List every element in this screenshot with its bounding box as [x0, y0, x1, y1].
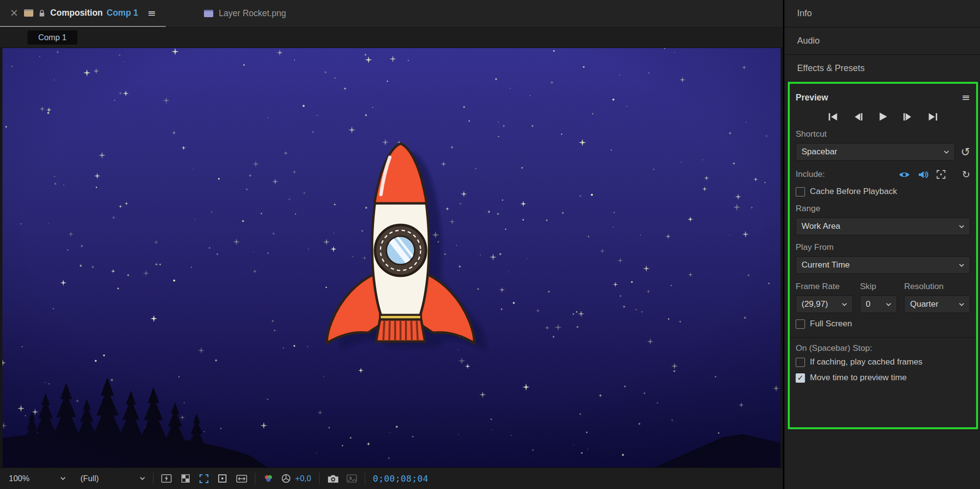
checkbox-label: If caching, play cached frames: [810, 357, 923, 367]
include-overlays-icon[interactable]: [936, 170, 946, 179]
region-of-interest-icon[interactable]: [200, 474, 208, 483]
tab-comp-name: Comp 1: [107, 8, 138, 18]
full-screen-checkbox[interactable]: Full Screen: [796, 319, 970, 329]
checkbox[interactable]: [796, 319, 805, 329]
toolbar-separator: [255, 473, 255, 485]
toolbar-separator: [319, 473, 320, 485]
show-snapshot-icon[interactable]: [347, 474, 357, 483]
play-from-value: Current Time: [802, 260, 850, 270]
checkbox-label: Move time to preview time: [810, 373, 906, 383]
if-caching-checkbox[interactable]: If caching, play cached frames: [796, 357, 970, 367]
play-from-label: Play From: [796, 243, 970, 252]
checkbox-label: Full Screen: [810, 319, 852, 329]
comp-navigator-button[interactable]: Comp 1: [27, 30, 77, 45]
play-button[interactable]: [877, 111, 889, 122]
checkbox[interactable]: [796, 187, 805, 196]
layer-panel-icon: [204, 10, 213, 17]
composition-canvas[interactable]: [2, 48, 780, 467]
play-from-select[interactable]: Current Time: [796, 256, 970, 274]
frame-rate-label: Frame Rate: [796, 282, 853, 292]
panel-header-effects-presets[interactable]: Effects & Presets: [784, 55, 980, 82]
loop-icon[interactable]: ↻: [962, 170, 970, 179]
composition-panel-icon: [24, 9, 33, 17]
next-frame-button[interactable]: [901, 112, 914, 122]
toolbar-separator: [153, 473, 153, 485]
after-effects-window: × Composition Comp 1 ≡ Layer Rocket.png …: [0, 0, 980, 489]
transparency-grid-icon[interactable]: [181, 474, 190, 483]
on-stop-label: On (Spacebar) Stop:: [796, 343, 970, 353]
chevron-down-icon: [959, 225, 964, 228]
tab-label: Layer Rocket.png: [219, 8, 286, 19]
skip-select[interactable]: 0: [860, 295, 897, 313]
viewer-tabbar: × Composition Comp 1 ≡ Layer Rocket.png: [0, 0, 783, 27]
include-video-eye-icon[interactable]: [898, 171, 910, 179]
cache-before-playback-checkbox[interactable]: Cache Before Playback: [796, 187, 970, 196]
shortcut-value: Spacebar: [802, 147, 837, 157]
grid-guides-icon[interactable]: [236, 475, 247, 483]
previous-frame-button[interactable]: [852, 112, 865, 122]
chevron-down-icon: [140, 477, 145, 480]
panel-header-audio[interactable]: Audio: [784, 27, 980, 55]
exposure-control[interactable]: +0,0: [281, 474, 311, 483]
go-to-start-button[interactable]: [827, 112, 840, 122]
reset-icon[interactable]: ↺: [961, 147, 970, 158]
chevron-down-icon: [944, 150, 949, 154]
resolution-value: (Full): [80, 474, 99, 483]
panel-header-info[interactable]: Info: [784, 0, 980, 27]
tab-layer[interactable]: Layer Rocket.png: [194, 0, 296, 27]
preview-panel-menu-icon[interactable]: ≡: [961, 92, 970, 103]
preview-panel: Preview ≡: [788, 82, 978, 429]
move-time-checkbox[interactable]: Move time to preview time: [796, 373, 970, 383]
resolution-select[interactable]: (Full): [80, 474, 145, 483]
range-select[interactable]: Work Area: [796, 218, 970, 235]
viewer-toolbar: 100% (Full): [0, 467, 783, 489]
panel-menu-icon[interactable]: ≡: [148, 7, 156, 19]
shortcut-select[interactable]: Spacebar: [796, 143, 955, 161]
checkbox-label: Cache Before Playback: [810, 187, 897, 196]
checkbox[interactable]: [796, 373, 805, 383]
composition-viewport[interactable]: [0, 48, 783, 467]
frame-rate-value: (29,97): [802, 299, 828, 309]
shortcut-label: Shortcut: [796, 129, 970, 139]
chevron-down-icon: [959, 303, 964, 306]
range-value: Work Area: [802, 221, 840, 231]
include-label: Include:: [796, 170, 825, 179]
skip-label: Skip: [860, 282, 897, 292]
chevron-down-icon: [886, 303, 891, 306]
preview-resolution-select[interactable]: Quarter: [904, 295, 970, 313]
magnification-select[interactable]: 100%: [9, 474, 66, 483]
close-icon[interactable]: ×: [10, 8, 19, 18]
go-to-end-button[interactable]: [926, 112, 939, 122]
fast-previews-icon[interactable]: [161, 474, 172, 483]
frame-rate-select[interactable]: (29,97): [796, 295, 853, 313]
composition-panel: × Composition Comp 1 ≡ Layer Rocket.png …: [0, 0, 783, 489]
range-label: Range: [796, 204, 970, 214]
exposure-icon: [281, 474, 291, 483]
mask-path-visibility-icon[interactable]: [218, 474, 226, 483]
preview-resolution-value: Quarter: [910, 299, 938, 309]
exposure-value: +0,0: [295, 474, 311, 483]
transport-controls: [796, 111, 970, 122]
lock-icon: [39, 9, 45, 17]
comp-navigator-bar: Comp 1: [0, 27, 783, 48]
chevron-down-icon: [842, 303, 847, 306]
current-time-display[interactable]: 0;00;08;04: [373, 473, 428, 484]
skip-value: 0: [866, 299, 870, 309]
channel-settings-icon[interactable]: [263, 474, 274, 483]
chevron-down-icon: [959, 264, 964, 267]
take-snapshot-icon[interactable]: [327, 474, 339, 483]
checkbox[interactable]: [796, 358, 805, 367]
include-audio-speaker-icon[interactable]: [918, 171, 929, 179]
tab-label: Composition: [50, 8, 103, 18]
zoom-value: 100%: [9, 474, 29, 483]
resolution-label: Resolution: [904, 282, 970, 292]
divider: [790, 337, 976, 338]
tab-composition[interactable]: × Composition Comp 1 ≡: [0, 0, 166, 27]
chevron-down-icon: [60, 477, 66, 480]
right-panel-stack: Info Audio Effects & Presets Preview ≡: [784, 0, 980, 489]
preview-panel-title: Preview: [796, 93, 828, 103]
toolbar-separator: [365, 473, 365, 485]
